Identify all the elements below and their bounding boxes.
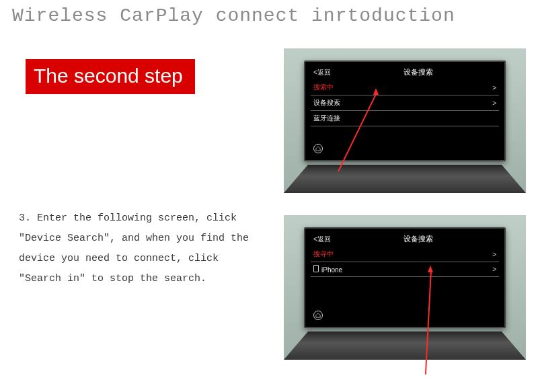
device-base bbox=[284, 165, 526, 193]
back-button[interactable]: <返回 bbox=[313, 235, 331, 244]
screen-1: <返回 设备搜索 搜索中 > 设备搜索 > 蓝牙连接 bbox=[311, 66, 499, 155]
menu-row-searching[interactable]: 搜索中 > bbox=[311, 80, 499, 95]
row-label: 设备搜索 bbox=[313, 98, 340, 108]
device-base bbox=[284, 331, 526, 360]
chevron-right-icon: > bbox=[492, 100, 496, 107]
home-icon[interactable] bbox=[313, 144, 323, 153]
menu-row-device-search[interactable]: 设备搜索 > bbox=[311, 95, 499, 111]
phone-icon bbox=[313, 265, 319, 272]
device-bezel: <返回 设备搜索 搜索中 > 设备搜索 > 蓝牙连接 bbox=[304, 61, 506, 161]
device-photo-1: <返回 设备搜索 搜索中 > 设备搜索 > 蓝牙连接 bbox=[284, 48, 526, 193]
menu-row-bluetooth[interactable]: 蓝牙连接 bbox=[311, 111, 499, 126]
screen-header: <返回 设备搜索 bbox=[311, 233, 499, 247]
screen-title: 设备搜索 bbox=[340, 234, 496, 244]
home-icon[interactable] bbox=[313, 311, 323, 320]
screen-title: 设备搜索 bbox=[340, 67, 496, 77]
chevron-right-icon: > bbox=[492, 251, 496, 258]
menu-row-searching[interactable]: 搜寻中 > bbox=[311, 247, 499, 262]
row-label: iPhone bbox=[313, 265, 342, 274]
row-label: 搜索中 bbox=[313, 83, 334, 92]
instruction-text: 3. Enter the following screen, click "De… bbox=[19, 208, 261, 289]
page-title: Wireless CarPlay connect inrtoduction bbox=[0, 0, 538, 26]
screen-header: <返回 设备搜索 bbox=[311, 66, 499, 80]
chevron-right-icon: > bbox=[492, 84, 496, 91]
step-badge: The second step bbox=[26, 59, 195, 94]
row-label: 蓝牙连接 bbox=[313, 114, 340, 123]
screen-2: <返回 设备搜索 搜寻中 > iPhone > bbox=[311, 233, 499, 321]
device-photo-2: <返回 设备搜索 搜寻中 > iPhone > bbox=[284, 215, 526, 360]
device-bezel: <返回 设备搜索 搜寻中 > iPhone > bbox=[304, 227, 506, 328]
menu-row-iphone[interactable]: iPhone > bbox=[311, 262, 499, 277]
chevron-right-icon: > bbox=[492, 266, 496, 273]
row-label: 搜寻中 bbox=[313, 249, 334, 259]
back-button[interactable]: <返回 bbox=[313, 68, 331, 77]
